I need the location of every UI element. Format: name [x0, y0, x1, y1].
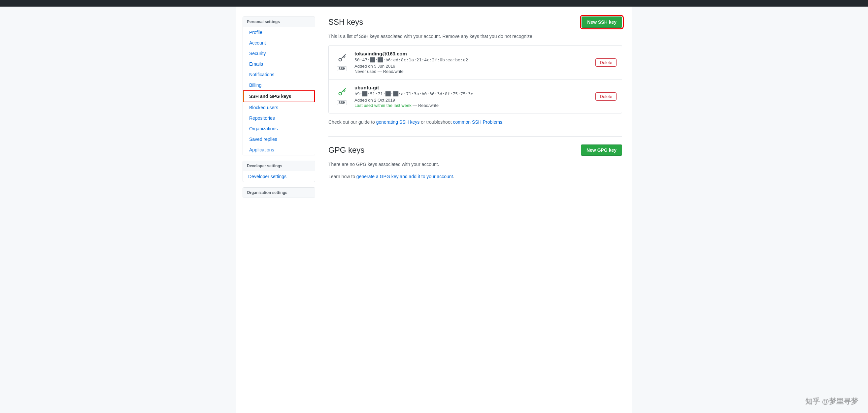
svg-point-1	[339, 92, 342, 95]
new-ssh-btn-wrapper: New SSH key	[582, 17, 622, 28]
sidebar-item-emails[interactable]: Emails	[243, 59, 315, 69]
key-actions-key1: Delete	[595, 58, 617, 67]
sidebar-item-notifications[interactable]: Notifications	[243, 69, 315, 80]
generate-gpg-key-link[interactable]: generate a GPG key and add it to your ac…	[356, 174, 453, 179]
developer-settings-section: Developer settings Developer settings	[243, 161, 315, 182]
developer-settings-link[interactable]: Developer settings	[243, 171, 315, 182]
gpg-learn-text: Learn how to generate a GPG key and add …	[329, 173, 622, 180]
section-divider	[329, 136, 622, 136]
sidebar-item-saved-replies[interactable]: Saved replies	[243, 134, 315, 145]
key-usage-rest-key2: — Read/write	[411, 103, 439, 108]
personal-settings-label: Personal settings	[243, 17, 315, 27]
ssh-section-title: SSH keys	[329, 18, 363, 27]
key-icon-area-key2: SSH	[334, 88, 350, 105]
key-info-key1: tokavinding@163.com50:47:██:██:b6:ed:8c:…	[354, 51, 591, 74]
main-content: SSH keys New SSH key This is a list of S…	[325, 17, 625, 403]
gpg-section-header: GPG keys New GPG key	[329, 145, 622, 156]
key-name-key2: ubuntu-git	[354, 85, 591, 90]
ssh-footer-text: Check out our guide to	[329, 119, 376, 125]
ssh-footer-end: .	[502, 119, 504, 125]
sidebar-item-applications[interactable]: Applications	[243, 145, 315, 155]
svg-point-0	[339, 58, 342, 61]
generating-ssh-keys-link[interactable]: generating SSH keys	[376, 119, 420, 125]
gpg-section-title: GPG keys	[329, 146, 364, 155]
key-item-key2: SSHubuntu-gitb9:██:51:71:██:██:a:71:3a:b…	[329, 80, 622, 113]
sidebar-item-billing[interactable]: Billing	[243, 80, 315, 90]
ssh-keys-list: SSHtokavinding@163.com50:47:██:██:b6:ed:…	[329, 45, 622, 114]
key-meta-key2: Added on 2 Oct 2019Last used within the …	[354, 97, 591, 108]
sidebar-item-organizations[interactable]: Organizations	[243, 123, 315, 134]
key-actions-key2: Delete	[595, 92, 617, 101]
ssh-footer-mid: or troubleshoot	[420, 119, 453, 125]
key-badge-key2: SSH	[337, 100, 347, 105]
gpg-no-keys-text: There are no GPG keys associated with yo…	[329, 161, 622, 168]
sidebar-item-account[interactable]: Account	[243, 38, 315, 48]
developer-settings-label: Developer settings	[243, 161, 315, 171]
delete-key-button-key2[interactable]: Delete	[595, 92, 617, 101]
sidebar-item-blocked-users[interactable]: Blocked users	[243, 102, 315, 113]
common-ssh-problems-link[interactable]: common SSH Problems	[453, 119, 502, 125]
key-added-key2: Added on 2 Oct 2019	[354, 98, 395, 103]
key-usage-key2: Last used within the last week — Read/wr…	[354, 103, 439, 108]
key-info-key2: ubuntu-gitb9:██:51:71:██:██:a:71:3a:b0:3…	[354, 85, 591, 108]
key-icon-key2	[337, 88, 346, 99]
key-usage-green-key2: Last used within the last week	[354, 103, 411, 108]
watermark: 知乎 @梦里寻梦	[805, 396, 858, 406]
gpg-section: GPG keys New GPG key There are no GPG ke…	[329, 145, 622, 180]
key-meta-key1: Added on 5 Jun 2019Never used — Read/wri…	[354, 63, 591, 74]
org-settings-label: Organization settings	[243, 188, 315, 198]
delete-key-button-key1[interactable]: Delete	[595, 58, 617, 67]
sidebar: Personal settings ProfileAccountSecurity…	[243, 17, 315, 403]
top-bar	[0, 0, 868, 7]
gpg-learn-end: .	[453, 174, 454, 179]
gpg-learn-prefix: Learn how to	[329, 174, 356, 179]
new-gpg-key-button[interactable]: New GPG key	[581, 145, 622, 156]
key-name-key1: tokavinding@163.com	[354, 51, 591, 56]
key-added-key1: Added on 5 Jun 2019	[354, 64, 395, 69]
sidebar-item-profile[interactable]: Profile	[243, 27, 315, 38]
ssh-footer: Check out our guide to generating SSH ke…	[329, 119, 622, 126]
page-container: Personal settings ProfileAccountSecurity…	[236, 7, 632, 413]
sidebar-item-ssh-gpg[interactable]: SSH and GPG keys	[243, 90, 315, 102]
org-settings-section: Organization settings	[243, 187, 315, 198]
key-badge-key1: SSH	[337, 66, 347, 71]
key-usage-key1: Never used — Read/write	[354, 69, 404, 74]
key-fingerprint-key1: 50:47:██:██:b6:ed:8c:1a:21:4c:2f:0b:ea:b…	[354, 57, 591, 62]
sidebar-item-repositories[interactable]: Repositories	[243, 113, 315, 123]
sidebar-nav: ProfileAccountSecurityEmailsNotification…	[243, 27, 315, 155]
key-item-key1: SSHtokavinding@163.com50:47:██:██:b6:ed:…	[329, 45, 622, 80]
key-fingerprint-key2: b9:██:51:71:██:██:a:71:3a:b0:36:3d:8f:75…	[354, 91, 591, 96]
ssh-section-header: SSH keys New SSH key	[329, 17, 622, 28]
key-icon-area-key1: SSH	[334, 54, 350, 71]
key-icon-key1	[337, 54, 346, 65]
sidebar-item-security[interactable]: Security	[243, 48, 315, 59]
ssh-description: This is a list of SSH keys associated wi…	[329, 33, 622, 40]
new-ssh-key-button[interactable]: New SSH key	[582, 17, 622, 28]
